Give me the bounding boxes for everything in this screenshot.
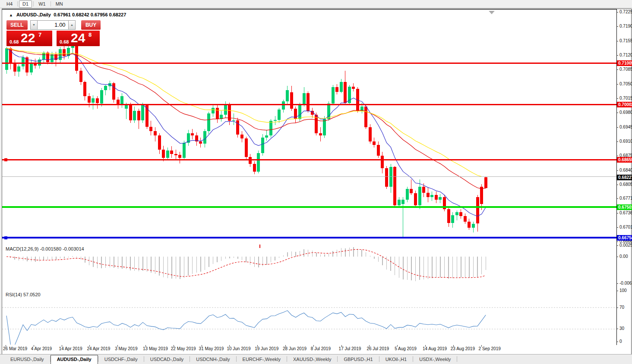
macd-pane	[2, 244, 616, 285]
price-axis-label: 0.70150	[619, 96, 632, 101]
chart-shift-marker[interactable]	[489, 11, 495, 14]
price-axis-label: 0.69450	[619, 125, 632, 130]
date-axis-tick	[6, 345, 6, 347]
bid-price-box[interactable]: 0.68 22 7	[6, 31, 52, 46]
horizontal-level-line[interactable]	[2, 159, 616, 160]
date-axis-label: 22 May 2019	[171, 346, 196, 351]
macd-axis-tick	[616, 283, 618, 284]
date-axis-tick	[34, 345, 34, 347]
price-level-badge: 0.67501	[617, 204, 632, 210]
price-level-badge: 0.66754	[617, 235, 632, 241]
rsi-axis-tick	[616, 308, 618, 308]
date-axis-tick	[453, 345, 454, 347]
rsi-axis-label: 0	[619, 339, 622, 344]
line-anchor-handle[interactable]	[4, 236, 7, 239]
price-axis-tick	[616, 141, 618, 142]
price-axis-label: 0.70850	[619, 67, 632, 72]
bid-price-big: 22	[21, 31, 35, 45]
price-axis-label: 0.67010	[619, 225, 632, 230]
chart-tab-usdchf-daily[interactable]: USDCHF-,Daily	[98, 355, 144, 364]
volume-increase-button[interactable]: ▲	[68, 20, 76, 30]
rsi-indicator-label: RSI(14) 57.0520	[6, 292, 41, 297]
price-axis-tick	[616, 127, 618, 128]
bid-price-pip: 7	[38, 31, 41, 38]
macd-signal-line	[6, 249, 486, 278]
date-axis-label: 19 Jun 2019	[255, 346, 278, 351]
chart-tab-eurusd-daily[interactable]: EURUSD-,Daily	[4, 355, 50, 364]
price-axis-tick	[616, 198, 618, 199]
price-axis-label: 0.69100	[619, 139, 632, 144]
ask-price-line	[2, 176, 616, 177]
timeframe-button-w1[interactable]: W1	[35, 0, 49, 8]
date-axis-label: 24 Apr 2019	[87, 346, 110, 351]
date-axis-label: 14 Aug 2019	[423, 346, 447, 351]
date-axis-tick	[117, 345, 118, 347]
timeframe-button-h4[interactable]: H4	[3, 0, 16, 8]
moving-average-line-10[interactable]	[6, 48, 486, 217]
price-axis-tick	[616, 242, 618, 242]
price-axis-tick	[616, 185, 618, 185]
price-axis-label: 0.68050	[619, 182, 632, 187]
date-axis-tick	[341, 345, 342, 347]
chart-tab-bar: EURUSD-,DailyAUDUSD-,DailyUSDCHF-,DailyU…	[0, 354, 632, 364]
price-axis-tick	[616, 41, 618, 41]
macd-axis-label: 0.00	[619, 254, 628, 259]
toolbar-divider	[51, 1, 51, 6]
horizontal-level-line[interactable]	[2, 63, 616, 64]
chart-tab-eurchf-weekly[interactable]: EURCHF-,Weekly	[237, 355, 287, 364]
symbol-arrow-icon[interactable]: ▲	[9, 13, 13, 17]
price-axis-label: 0.71200	[619, 53, 632, 58]
date-axis-label: 13 May 2019	[143, 346, 168, 351]
price-level-badge: 0.71005	[617, 60, 632, 66]
moving-average-line-32[interactable]	[6, 48, 486, 189]
chart-tab-gbpusd-h1[interactable]: GBPUSD-,H1	[338, 355, 379, 364]
timeframe-button-mn[interactable]: MN	[52, 0, 66, 8]
date-axis-tick	[89, 345, 90, 347]
macd-axis-label: -0.006326	[619, 281, 632, 286]
chart-tab-ukoil-h1[interactable]: UKOil-,H1	[379, 355, 413, 364]
macd-axis-tick	[616, 257, 618, 257]
timeframe-button-d1[interactable]: D1	[19, 0, 32, 8]
ask-price-big: 24	[71, 31, 85, 45]
date-axis-label: 31 May 2019	[199, 346, 224, 351]
horizontal-level-line[interactable]	[2, 237, 616, 238]
macd-histogram	[6, 247, 486, 281]
volume-input[interactable]: 1.00	[38, 20, 68, 30]
chart-tab-usdcad-daily[interactable]: USDCAD-,Daily	[144, 355, 190, 364]
price-axis-tick	[616, 98, 618, 99]
chart-tab-usdcnh-daily[interactable]: USDCNH-,Daily	[190, 355, 236, 364]
ask-price-box[interactable]: 0.68 24 8	[57, 31, 100, 46]
date-axis-tick	[481, 345, 482, 347]
date-axis-tick	[425, 345, 426, 347]
price-axis-tick	[616, 156, 618, 156]
volume-decrease-button[interactable]: ▼	[30, 20, 38, 30]
chart-tab-usdx-weekly[interactable]: USDX-,Weekly	[413, 355, 457, 364]
price-axis-tick	[616, 113, 618, 113]
line-anchor-handle[interactable]	[4, 158, 7, 161]
price-axis-label: 0.68400	[619, 168, 632, 173]
rsi-axis-tick	[616, 342, 618, 342]
buy-button[interactable]: BUY	[81, 20, 101, 30]
date-axis-tick	[313, 345, 314, 347]
date-axis-label: 28 Jun 2019	[283, 346, 307, 351]
price-level-badge: 0.70002	[617, 102, 632, 107]
ohlc-values: 0.67961 0.68242 0.67956 0.68227	[54, 12, 126, 17]
price-axis-tick	[616, 213, 618, 213]
date-axis-tick	[62, 345, 62, 347]
date-axis-label: 26 Mar 2019	[3, 346, 27, 351]
price-level-badge: 0.68655	[617, 157, 632, 163]
one-click-trade-panel: SELL ▼ 1.00 ▲ BUY 0.68 22 7 0.68 24 8	[6, 20, 101, 46]
chart-tab-xauusd-weekly[interactable]: XAUUSD-,Weekly	[287, 355, 337, 364]
price-axis-label: 0.69800	[619, 110, 632, 115]
chart-tab-audusd-daily[interactable]: AUDUSD-,Daily	[51, 355, 98, 364]
date-axis-tick	[369, 345, 370, 347]
horizontal-level-line[interactable]	[2, 206, 616, 208]
current-price-badge: 0.68227	[617, 175, 632, 180]
price-axis-tick	[616, 12, 618, 13]
horizontal-level-line[interactable]	[2, 104, 616, 105]
price-axis-tick	[616, 84, 618, 85]
date-axis-tick	[145, 345, 146, 347]
date-axis-tick	[285, 345, 286, 347]
sell-button[interactable]: SELL	[6, 20, 28, 30]
date-axis-label: 5 Aug 2019	[395, 346, 417, 351]
